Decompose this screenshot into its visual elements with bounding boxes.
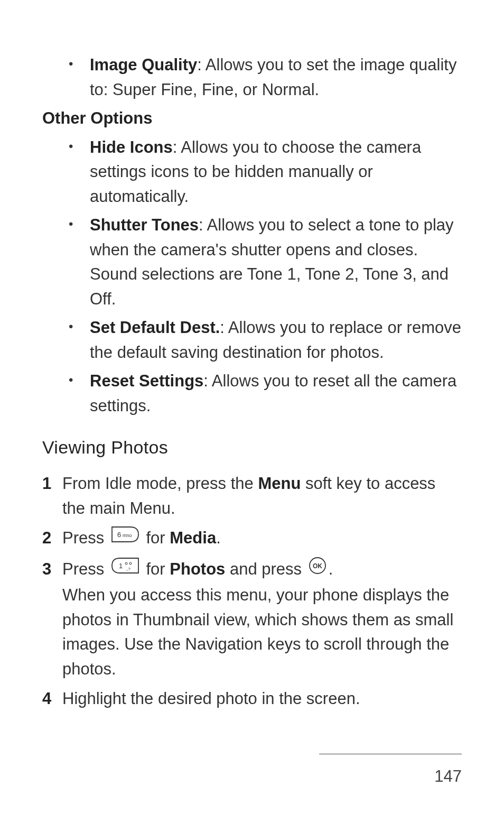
label: Reset Settings bbox=[90, 372, 203, 390]
text-a: From Idle mode, press the bbox=[62, 474, 258, 493]
step-number: 1 bbox=[42, 471, 62, 521]
svg-point-3 bbox=[125, 562, 127, 565]
bullet-reset-settings: • Reset Settings: Allows you to reset al… bbox=[42, 369, 462, 418]
text-for: for bbox=[142, 529, 170, 547]
text-for: for bbox=[142, 560, 170, 578]
svg-text:OK: OK bbox=[313, 562, 322, 570]
bullet-set-default-dest: • Set Default Dest.: Allows you to repla… bbox=[42, 316, 462, 365]
label: Set Default Dest. bbox=[90, 318, 220, 337]
bullet-mark: • bbox=[69, 316, 90, 365]
bullet-mark: • bbox=[69, 213, 90, 311]
bullet-shutter-tones: • Shutter Tones: Allows you to select a … bbox=[42, 213, 462, 311]
label: Image Quality bbox=[90, 56, 197, 74]
key-1-icon: 1.,? bbox=[110, 557, 140, 582]
step-text: Press 1.,? for Photos and press OK. When… bbox=[62, 557, 462, 682]
bullet-image-quality: • Image Quality: Allows you to set the i… bbox=[42, 53, 462, 102]
bullet-text: Hide Icons: Allows you to choose the cam… bbox=[90, 135, 462, 209]
bullet-mark: • bbox=[69, 135, 90, 209]
step-4: 4 Highlight the desired photo in the scr… bbox=[42, 687, 462, 711]
svg-text:mno: mno bbox=[123, 533, 132, 538]
bullet-mark: • bbox=[69, 53, 90, 102]
page-content: • Image Quality: Allows you to set the i… bbox=[42, 53, 462, 711]
other-options-heading: Other Options bbox=[42, 106, 462, 131]
step-3-paragraph: When you access this menu, your phone di… bbox=[62, 583, 462, 681]
step-3: 3 Press 1.,? for Photos and press OK. Wh… bbox=[42, 557, 462, 682]
label: Hide Icons bbox=[90, 138, 173, 156]
step-number: 2 bbox=[42, 526, 62, 552]
bullet-text: Image Quality: Allows you to set the ima… bbox=[90, 53, 462, 102]
text-a: Press bbox=[62, 529, 109, 547]
label: Shutter Tones bbox=[90, 216, 199, 234]
bullet-mark: • bbox=[69, 369, 90, 418]
step-text: Highlight the desired photo in the scree… bbox=[62, 687, 462, 711]
media-label: Media bbox=[170, 529, 216, 547]
bullet-text: Shutter Tones: Allows you to select a to… bbox=[90, 213, 462, 311]
viewing-photos-heading: Viewing Photos bbox=[42, 434, 462, 461]
text-end: . bbox=[329, 560, 333, 578]
key-ok-icon: OK bbox=[308, 556, 327, 582]
text-a: Press bbox=[62, 560, 109, 578]
svg-text:6: 6 bbox=[117, 531, 121, 539]
page-number: 147 bbox=[434, 767, 462, 786]
step-text: Press 6mno for Media. bbox=[62, 526, 462, 552]
step-number: 3 bbox=[42, 557, 62, 682]
photos-label: Photos bbox=[170, 560, 225, 578]
step-text: From Idle mode, press the Menu soft key … bbox=[62, 471, 462, 521]
bullet-text: Set Default Dest.: Allows you to replace… bbox=[90, 316, 462, 365]
svg-text:.,?: .,? bbox=[126, 567, 130, 571]
bullet-text: Reset Settings: Allows you to reset all … bbox=[90, 369, 462, 418]
text-b: and press bbox=[225, 560, 306, 578]
svg-text:1: 1 bbox=[119, 562, 123, 570]
svg-point-4 bbox=[129, 562, 132, 565]
text-end: . bbox=[216, 529, 221, 547]
key-6-mno-icon: 6mno bbox=[110, 525, 140, 551]
step-1: 1 From Idle mode, press the Menu soft ke… bbox=[42, 471, 462, 521]
menu-softkey: Menu bbox=[258, 474, 301, 493]
step-number: 4 bbox=[42, 687, 62, 711]
footer-divider bbox=[319, 754, 462, 754]
step-2: 2 Press 6mno for Media. bbox=[42, 526, 462, 552]
bullet-hide-icons: • Hide Icons: Allows you to choose the c… bbox=[42, 135, 462, 209]
